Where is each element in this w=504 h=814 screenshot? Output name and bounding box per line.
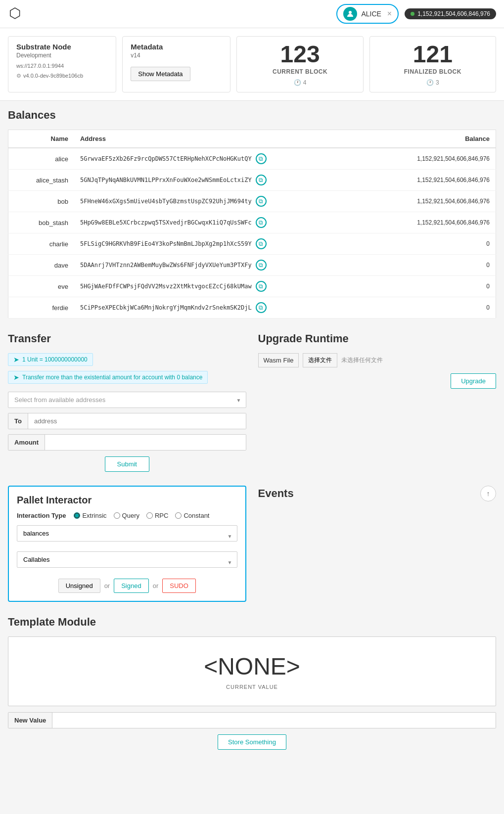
to-label: To [8, 413, 28, 429]
cell-name: alice [8, 148, 74, 170]
gear-icon: ⚙ [16, 73, 21, 79]
table-row: ferdie 5CiPPseXPECbkjWCa6MnjNokrgYjMqmKn… [8, 297, 496, 318]
app-logo: ⬡ [8, 4, 28, 24]
current-block-label: CURRENT BLOCK [245, 68, 355, 75]
close-icon[interactable]: × [387, 9, 392, 18]
sudo-button[interactable]: SUDO [162, 579, 196, 593]
events-title: Events [258, 487, 294, 500]
template-module-section: Template Module <NONE> CURRENT VALUE New… [8, 616, 496, 750]
cell-address: 5CiPPseXPECbkjWCa6MnjNokrgYjMqmKndv2rSne… [74, 297, 369, 318]
balances-title: Balances [8, 109, 496, 122]
transfer-upgrade-row: Transfer ➤ 1 Unit = 1000000000000 ➤ Tran… [8, 332, 496, 472]
submit-button[interactable]: Submit [105, 456, 149, 472]
cell-name: bob [8, 191, 74, 212]
copy-address-button[interactable]: ⧉ [256, 281, 267, 292]
cell-balance: 1,152,921,504,606,846,976 [369, 148, 496, 170]
radio-query[interactable]: Query [114, 512, 139, 519]
svg-point-2 [349, 11, 352, 14]
new-value-input[interactable] [52, 713, 496, 728]
finalized-block-time: 🕐 3 [378, 79, 488, 86]
transfer-section: Transfer ➤ 1 Unit = 1000000000000 ➤ Tran… [8, 332, 246, 472]
cell-balance: 0 [369, 297, 496, 318]
cell-name: ferdie [8, 297, 74, 318]
balances-table: Name Address Balance alice 5GrwvaEF5zXb2… [8, 130, 496, 318]
new-value-group: New Value [8, 712, 496, 728]
finalized-block-card: 121 FINALIZED BLOCK 🕐 3 [369, 36, 496, 92]
scroll-up-button[interactable]: ↑ [480, 486, 496, 501]
table-row: bob 5FHneW46xGXgs5mUiveU4sbTyGBzmstUspZC… [8, 191, 496, 212]
file-name: 未选择任何文件 [341, 356, 383, 364]
arrow-icon-2: ➤ [13, 373, 19, 381]
radio-extrinsic[interactable]: Extrinsic [74, 512, 106, 519]
to-input[interactable] [28, 413, 246, 429]
radio-group: Extrinsic Query RPC Constant [74, 512, 209, 519]
finalized-block-label: FINALIZED BLOCK [378, 68, 488, 75]
copy-address-button[interactable]: ⧉ [256, 302, 267, 313]
header: ⬡ ALICE × 1,152,921,504,606,846,976 [0, 0, 504, 28]
unit-note: ➤ 1 Unit = 1000000000000 [8, 353, 93, 366]
copy-address-button[interactable]: ⧉ [256, 196, 267, 207]
current-block-card: 123 CURRENT BLOCK 🕐 4 [236, 36, 363, 92]
table-row: alice_stash 5GNJqTPyNqANBkUVMN1LPPrxXnFo… [8, 170, 496, 191]
pallet-interactor-section: Pallet Interactor Interaction Type Extri… [8, 486, 246, 602]
substrate-node-subtitle: Development [16, 52, 108, 59]
interaction-type-row: Interaction Type Extrinsic Query RPC C [17, 512, 237, 519]
header-balance: 1,152,921,504,606,846,976 [417, 10, 490, 17]
events-section: Events ↑ [258, 486, 497, 602]
signed-button[interactable]: Signed [114, 579, 148, 593]
events-header: Events ↑ [258, 486, 497, 501]
pallet-select[interactable]: balances [17, 525, 237, 542]
from-select-wrapper: Select from available addresses [8, 392, 246, 408]
radio-constant[interactable]: Constant [175, 512, 209, 519]
cell-balance: 1,152,921,504,606,846,976 [369, 170, 496, 191]
copy-address-button[interactable]: ⧉ [256, 260, 267, 271]
cell-address: 5GNJqTPyNqANBkUVMN1LPPrxXnFouWXoe2wNSmmE… [74, 170, 369, 191]
upgrade-title: Upgrade Runtime [258, 332, 497, 345]
show-metadata-button[interactable]: Show Metadata [131, 67, 190, 81]
cell-name: dave [8, 255, 74, 276]
wasm-label: Wasm File [258, 353, 299, 367]
or-label-1: or [104, 582, 110, 589]
callables-select[interactable]: Callables [17, 551, 237, 568]
current-block-number: 123 [245, 43, 355, 66]
clock-icon: 🕐 [294, 79, 301, 86]
cell-address: 5FHneW46xGXgs5mUiveU4sbTyGBzmstUspZC92Uh… [74, 191, 369, 212]
cell-address: 5HpG9w8EBLe5XCrbczpwq5TSXvedjrBGCwqxK1iQ… [74, 212, 369, 233]
cell-address: 5DAAnrj7VHTznn2AWBemMuyBwZWs6FNFjdyVXUeY… [74, 255, 369, 276]
pallet-events-row: Pallet Interactor Interaction Type Extri… [8, 486, 496, 602]
amount-label: Amount [8, 435, 45, 450]
upgrade-button[interactable]: Upgrade [451, 373, 496, 389]
user-pill[interactable]: ALICE × [336, 4, 399, 24]
svg-text:⬡: ⬡ [9, 5, 21, 21]
or-label-2: or [153, 582, 159, 589]
amount-input[interactable] [45, 435, 245, 450]
cell-balance: 0 [369, 255, 496, 276]
cell-address: 5HGjWAeFDfFCWPsjFQdVV2Msvz2XtMktvgocEZcC… [74, 276, 369, 297]
substrate-node-address: ws://127.0.0.1:9944 [16, 63, 108, 69]
table-row: dave 5DAAnrj7VHTznn2AWBemMuyBwZWs6FNFjdy… [8, 255, 496, 276]
copy-address-button[interactable]: ⧉ [256, 217, 267, 228]
cell-name: alice_stash [8, 170, 74, 191]
radio-rpc[interactable]: RPC [146, 512, 168, 519]
cell-name: bob_stash [8, 212, 74, 233]
metadata-version: v14 [131, 52, 222, 59]
user-name: ALICE [361, 10, 381, 18]
copy-address-button[interactable]: ⧉ [256, 153, 267, 164]
copy-address-button[interactable]: ⧉ [256, 238, 267, 249]
substrate-node-title: Substrate Node [16, 43, 108, 51]
cell-balance: 1,152,921,504,606,846,976 [369, 212, 496, 233]
table-row: charlie 5FLSigC9HGRKVhB9FiEo4Y3koPsNmBmL… [8, 233, 496, 255]
metadata-title: Metadata [131, 43, 222, 51]
from-select[interactable]: Select from available addresses [8, 392, 246, 408]
unsigned-button[interactable]: Unsigned [58, 579, 100, 593]
col-balance: Balance [369, 130, 496, 148]
finalized-block-number: 121 [378, 43, 488, 66]
store-something-button[interactable]: Store Something [218, 734, 286, 750]
file-choose-button[interactable]: 选择文件 [303, 353, 337, 367]
cell-name: charlie [8, 233, 74, 255]
balance-dot [411, 12, 414, 16]
pallet-select-wrapper: balances [17, 525, 237, 546]
current-block-time: 🕐 4 [245, 79, 355, 86]
action-buttons: Unsigned or Signed or SUDO [17, 579, 237, 593]
copy-address-button[interactable]: ⧉ [256, 175, 267, 185]
